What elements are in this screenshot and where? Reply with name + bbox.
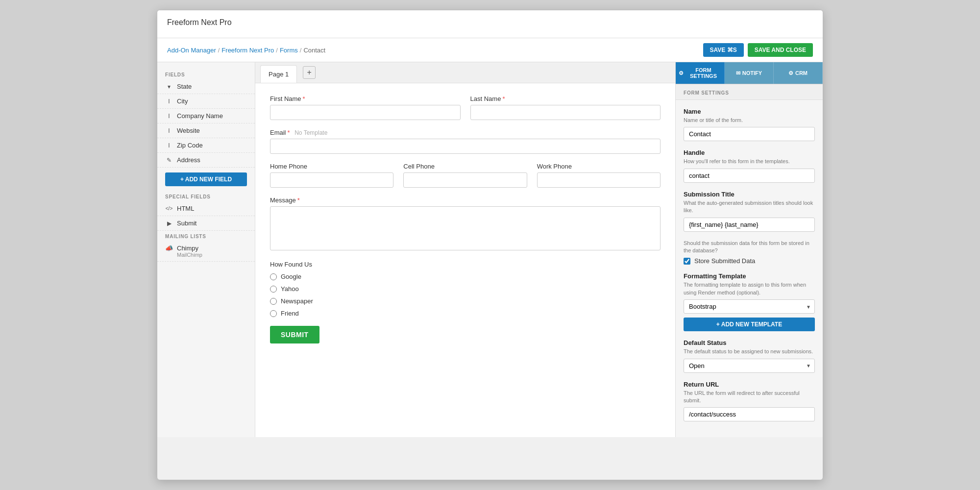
app-window: Freeform Next Pro Add-On Manager / Freef… [157,10,823,480]
save-close-button[interactable]: SAVE AND CLOSE [748,43,813,57]
radio-newspaper: Newspaper [270,297,661,305]
sidebar-item-zip-code[interactable]: I Zip Code [157,138,255,153]
cell-phone-field: Cell Phone [403,163,527,188]
submit-button[interactable]: SUBMIT [270,326,319,343]
app-title: Freeform Next Pro [167,18,813,27]
megaphone-icon: 📣 [165,245,173,252]
work-phone-field: Work Phone [537,163,661,188]
last-name-input[interactable] [470,105,661,120]
mailing-list-name: Chimpy [177,245,202,252]
settings-name-desc: Name or title of the form. [684,117,815,124]
radio-yahoo-input[interactable] [270,286,277,293]
save-button[interactable]: SAVE ⌘S [703,43,744,57]
text-icon: I [165,127,173,134]
mailing-list-sub: MailChimp [177,252,202,258]
title-bar: Freeform Next Pro [157,10,823,38]
default-status-select[interactable]: Open Closed Pending [684,359,815,373]
radio-newspaper-label: Newspaper [281,297,313,305]
cell-phone-label: Cell Phone [403,163,527,170]
store-data-checkbox[interactable] [684,258,690,265]
main-content: FIELDS ▾ State I City I Company Name I W… [157,62,823,437]
text-icon: I [165,142,173,149]
sidebar: FIELDS ▾ State I City I Company Name I W… [157,62,255,437]
email-label: Email* No Template [270,129,661,136]
add-page-button[interactable]: + [303,66,316,79]
sidebar-item-label: Address [177,156,200,164]
formatting-template-select[interactable]: Bootstrap Foundation Tailwind [684,299,815,314]
sidebar-item-chimpy[interactable]: 📣 Chimpy MailChimp [157,241,255,262]
settings-handle-input[interactable] [684,169,815,183]
last-name-field: Last Name* [470,95,661,120]
email-row: Email* No Template [270,129,661,154]
last-name-label: Last Name* [470,95,661,102]
cell-phone-input[interactable] [403,172,527,188]
right-panel-section-label: FORM SETTINGS [676,84,823,100]
home-phone-label: Home Phone [270,163,393,170]
sidebar-item-html[interactable]: </> HTML [157,201,255,216]
settings-submission-title-input[interactable] [684,218,815,232]
sidebar-item-website[interactable]: I Website [157,123,255,138]
first-name-input[interactable] [270,105,461,120]
settings-return-url: Return URL The URL the form will redirec… [684,381,815,422]
formatting-template-label: Formatting Template [684,272,815,280]
add-template-button[interactable]: + ADD NEW TEMPLATE [684,318,815,331]
settings-default-status: Default Status The default status to be … [684,339,815,372]
formatting-template-select-wrapper: Bootstrap Foundation Tailwind ▼ [684,299,815,314]
sidebar-item-submit[interactable]: ▶ Submit [157,216,255,231]
return-url-input[interactable] [684,407,815,421]
default-status-select-wrapper: Open Closed Pending ▼ [684,359,815,373]
radio-yahoo: Yahoo [270,285,661,293]
edit-icon: ✎ [165,157,173,164]
email-field: Email* No Template [270,129,661,154]
email-input[interactable] [270,139,661,154]
tab-notify[interactable]: ✉ NOTIFY [725,62,774,84]
top-bar: Add-On Manager / Freeform Next Pro / For… [157,38,823,62]
breadcrumb-forms[interactable]: Forms [280,47,298,54]
home-phone-input[interactable] [270,172,393,188]
store-data-question: Should the submission data for this form… [684,240,815,255]
breadcrumb-freeform[interactable]: Freeform Next Pro [221,47,274,54]
tab-crm[interactable]: ⚙ CRM [774,62,823,84]
sidebar-item-label: Company Name [177,112,223,120]
default-status-label: Default Status [684,339,815,346]
sidebar-item-address[interactable]: ✎ Address [157,153,255,168]
work-phone-input[interactable] [537,172,661,188]
settings-name-input[interactable] [684,127,815,141]
radio-google: Google [270,273,661,280]
settings-handle-desc: How you'll refer to this form in the tem… [684,158,815,165]
radio-newspaper-input[interactable] [270,298,277,305]
breadcrumb: Add-On Manager / Freeform Next Pro / For… [167,47,325,54]
settings-submission-title: Submission Title What the auto-generated… [684,191,815,232]
radio-friend-input[interactable] [270,310,277,317]
settings-handle-label: Handle [684,149,815,156]
default-status-desc: The default status to be assigned to new… [684,348,815,355]
settings-formatting-template: Formatting Template The formatting templ… [684,272,815,331]
radio-yahoo-label: Yahoo [281,285,299,293]
sidebar-item-state[interactable]: ▾ State [157,79,255,94]
special-fields-section-label: SPECIAL FIELDS [157,191,255,201]
form-settings-tab-label: FORM SETTINGS [686,67,721,79]
page-tab-1[interactable]: Page 1 [260,65,297,83]
right-panel-tabs: ⚙ FORM SETTINGS ✉ NOTIFY ⚙ CRM [676,62,823,84]
crm-tab-label: CRM [795,70,808,76]
sidebar-item-company-name[interactable]: I Company Name [157,109,255,123]
phone-row: Home Phone Cell Phone Work Phone [270,163,661,188]
tab-form-settings[interactable]: ⚙ FORM SETTINGS [676,62,725,84]
radio-friend: Friend [270,310,661,317]
breadcrumb-addon-manager[interactable]: Add-On Manager [167,47,216,54]
radio-google-input[interactable] [270,273,277,280]
how-found-group: How Found Us Google Yahoo Newspaper [270,261,661,317]
home-phone-field: Home Phone [270,163,393,188]
add-field-button[interactable]: + ADD NEW FIELD [165,172,247,186]
sidebar-item-label: State [177,83,192,90]
text-icon: I [165,98,173,105]
message-input[interactable] [270,206,661,250]
settings-section: Name Name or title of the form. Handle H… [676,100,823,437]
return-url-desc: The URL the form will redirect to after … [684,390,815,405]
notify-icon: ✉ [736,70,740,76]
sidebar-item-label: HTML [177,205,194,212]
first-name-field: First Name* [270,95,461,120]
sidebar-item-city[interactable]: I City [157,94,255,109]
form-canvas: First Name* Last Name* [255,83,675,355]
right-panel: ⚙ FORM SETTINGS ✉ NOTIFY ⚙ CRM FORM SETT… [676,62,823,437]
